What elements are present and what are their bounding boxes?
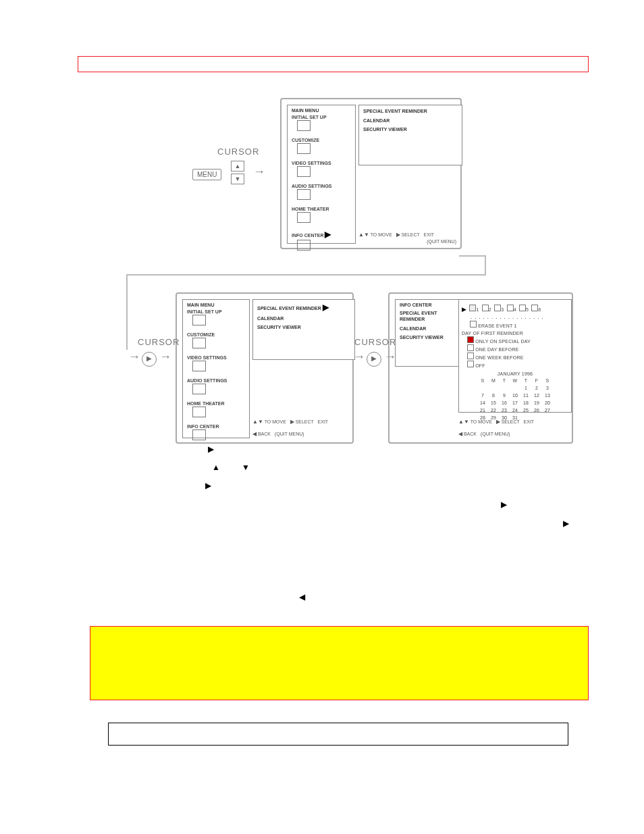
arrow-right-icon: → (353, 350, 365, 364)
play-icon: ▶ (462, 306, 466, 313)
submenu-item[interactable]: CALENDAR (257, 316, 350, 321)
mm-item[interactable]: AUDIO SETTINGS (187, 378, 245, 383)
customize-icon (297, 143, 311, 154)
hint-row: ▲▼ TO MOVE ▶ SELECT EXIT(QUIT MENU) (358, 227, 456, 244)
up-key[interactable]: ▲ (231, 161, 244, 172)
cursor-label: CURSOR (217, 147, 259, 157)
up-icon: ▲ (212, 463, 220, 472)
right-key-circle[interactable]: ▶ (142, 351, 157, 367)
audio-icon (192, 384, 206, 394)
setup-icon (192, 315, 206, 325)
theater-icon (192, 407, 206, 417)
info-icon (192, 429, 206, 440)
mm-item[interactable]: VIDEO SETTINGS (187, 355, 245, 360)
erase-option[interactable]: ERASE EVENT 1 (470, 321, 568, 329)
play-icon: ▶ (563, 519, 569, 528)
mm-item[interactable]: INFO CENTER ▶ (292, 230, 351, 239)
main-menu-panel-2: MAIN MENU INITIAL SET UP CUSTOMIZE VIDEO… (182, 299, 250, 438)
submenu-item[interactable]: SECURITY VIEWER (257, 325, 350, 330)
yellow-note-box (90, 626, 589, 700)
event-row: ▶ 1 2 3 4 5 6 (462, 302, 568, 314)
submenu-item[interactable]: SPECIAL EVENT REMINDER (363, 108, 458, 114)
reminder-detail: ▶ 1 2 3 4 5 6 .................. ERASE E… (458, 299, 572, 413)
submenu-item[interactable]: SECURITY VIEWER (363, 127, 458, 132)
play-icon: ▶ (325, 230, 331, 239)
cursor-keys: ▲ ▼ (231, 159, 244, 184)
info-center-submenu-2: SPECIAL EVENT REMINDER ▶ CALENDAR SECURI… (252, 299, 355, 360)
submenu-item[interactable]: SPECIAL EVENT REMINDER ▶ (257, 303, 350, 312)
main-menu-panel: MAIN MENU INITIAL SET UP CUSTOMIZE VIDEO… (287, 105, 356, 244)
submenu-item[interactable]: SPECIAL EVENT REMINDER (400, 310, 459, 322)
submenu-item[interactable]: CALENDAR (400, 326, 459, 331)
reminder-option[interactable]: OFF (467, 361, 568, 369)
cursor-label: CURSOR (138, 337, 180, 347)
submenu-item[interactable]: CALENDAR (363, 118, 458, 123)
mm-item[interactable]: HOME THEATER (292, 207, 351, 211)
arrow-right-icon: → (384, 350, 396, 364)
header-red-box (78, 56, 589, 72)
mm-item[interactable]: VIDEO SETTINGS (292, 161, 351, 165)
screen-top: MAIN MENU INITIAL SET UP CUSTOMIZE VIDEO… (280, 98, 462, 249)
mm-item[interactable]: HOME THEATER (187, 401, 245, 406)
dots: .................. (470, 315, 568, 321)
mm-item[interactable]: INITIAL SET UP (292, 115, 351, 120)
mm-item[interactable]: CUSTOMIZE (187, 332, 245, 337)
reminder-option[interactable]: ONLY ON SPECIAL DAY (467, 336, 568, 344)
mm-item[interactable]: INFO CENTER (187, 424, 245, 429)
arrow-right-icon: → (159, 350, 171, 364)
customize-icon (192, 338, 206, 348)
play-icon: ▶ (323, 303, 329, 312)
screen-right: INFO CENTER SPECIAL EVENT REMINDER CALEN… (388, 292, 573, 444)
main-menu-title: MAIN MENU (292, 108, 351, 113)
video-icon (297, 166, 311, 177)
submenu-item[interactable]: SECURITY VIEWER (400, 335, 459, 340)
play-icon: ▶ (501, 500, 507, 509)
right-key-circle[interactable]: ▶ (367, 351, 381, 367)
down-key[interactable]: ▼ (231, 174, 244, 184)
hint-row: ▲▼ TO MOVE ▶ SELECT EXIT◀ BACK (QUIT MEN… (458, 414, 566, 438)
menu-button[interactable]: MENU (192, 167, 221, 180)
setup-icon (297, 120, 311, 131)
arrow-right-icon: → (253, 165, 265, 179)
day-label: DAY OF FIRST REMINDER (462, 330, 568, 336)
info-center-submenu: SPECIAL EVENT REMINDER CALENDAR SECURITY… (358, 105, 462, 165)
info-icon (297, 240, 311, 251)
theater-icon (297, 212, 311, 223)
info-center-panel: INFO CENTER SPECIAL EVENT REMINDER CALEN… (395, 299, 464, 367)
play-icon: ▶ (205, 481, 211, 490)
cursor-label: CURSOR (354, 337, 396, 347)
arrow-right-icon: → (128, 350, 140, 364)
play-icon: ▶ (208, 444, 214, 454)
reminder-option[interactable]: ONE WEEK BEFORE (467, 353, 568, 361)
video-icon (192, 361, 206, 371)
down-icon: ▼ (242, 463, 250, 472)
calendar-title: JANUARY 1998 (462, 371, 568, 377)
screen-left: MAIN MENU INITIAL SET UP CUSTOMIZE VIDEO… (176, 292, 354, 444)
black-note-box (108, 723, 568, 746)
back-icon: ◀ (299, 592, 305, 602)
audio-icon (297, 189, 311, 200)
mm-item[interactable]: AUDIO SETTINGS (292, 184, 351, 188)
mm-item[interactable]: CUSTOMIZE (292, 138, 351, 142)
mm-item[interactable]: INITIAL SET UP (187, 309, 245, 314)
reminder-option[interactable]: ONE DAY BEFORE (467, 344, 568, 353)
hint-row: ▲▼ TO MOVE ▶ SELECT EXIT◀ BACK (QUIT MEN… (252, 414, 347, 438)
